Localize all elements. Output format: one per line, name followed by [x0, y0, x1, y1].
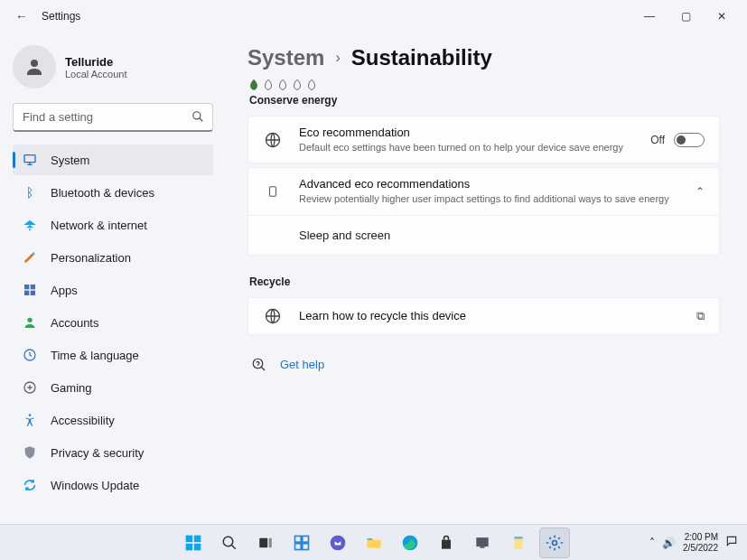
shield-icon	[22, 444, 38, 461]
svg-rect-35	[480, 546, 484, 548]
svg-rect-34	[476, 537, 488, 546]
clock[interactable]: 2:00 PM 2/5/2022	[683, 532, 718, 553]
get-help-row[interactable]: Get help	[247, 357, 720, 373]
nav-label: Time & language	[51, 349, 139, 362]
nav-accessibility[interactable]: Accessibility	[13, 405, 213, 435]
close-button[interactable]: ✕	[704, 4, 740, 29]
nav-accounts[interactable]: Accounts	[13, 307, 213, 338]
card-title: Advanced eco recommendations	[299, 177, 679, 191]
toggle-label: Off	[650, 134, 665, 146]
sleep-and-screen-row[interactable]: Sleep and screen	[247, 216, 720, 256]
brush-icon	[22, 249, 38, 266]
search-input[interactable]	[13, 103, 213, 132]
leaf-icon	[305, 78, 318, 92]
notifications-icon[interactable]	[725, 535, 738, 550]
user-account-type: Local Account	[65, 69, 127, 79]
nav-update[interactable]: Windows Update	[13, 470, 213, 500]
nav-personalization[interactable]: Personalization	[13, 242, 213, 273]
edge-browser[interactable]	[395, 527, 425, 558]
minimize-button[interactable]: —	[631, 4, 668, 29]
volume-icon[interactable]: 🔊	[662, 537, 676, 549]
svg-line-2	[200, 118, 203, 122]
svg-rect-7	[24, 285, 29, 289]
svg-rect-31	[302, 543, 308, 549]
card-title: Eco recommendation	[299, 126, 634, 139]
nav-label: Gaming	[51, 381, 92, 395]
svg-rect-37	[514, 537, 522, 538]
clock-icon	[22, 347, 38, 363]
svg-rect-10	[31, 291, 35, 295]
wifi-icon	[22, 217, 38, 233]
section-heading-recycle: Recycle	[249, 275, 720, 288]
svg-rect-3	[24, 155, 35, 163]
svg-point-0	[31, 60, 38, 67]
advanced-eco-card[interactable]: Advanced eco recommendations Review pote…	[247, 167, 720, 215]
svg-rect-21	[193, 535, 201, 542]
nav-label: System	[51, 154, 89, 167]
leaf-icon	[262, 78, 275, 92]
svg-point-11	[27, 318, 32, 322]
taskbar-app-1[interactable]	[467, 527, 498, 558]
start-button[interactable]	[178, 527, 209, 558]
svg-rect-16	[270, 187, 276, 197]
nav-label: Network & internet	[51, 219, 147, 232]
svg-point-1	[193, 112, 201, 119]
nav-privacy[interactable]: Privacy & security	[13, 437, 213, 468]
svg-point-14	[29, 414, 32, 416]
help-icon	[251, 357, 267, 373]
svg-rect-8	[31, 285, 35, 289]
bluetooth-icon: ᛒ	[22, 184, 38, 201]
update-icon	[22, 477, 38, 493]
app-title: Settings	[42, 10, 80, 23]
accessibility-icon	[22, 412, 38, 428]
nav-system[interactable]: System	[13, 145, 213, 175]
nav-label: Personalization	[51, 251, 131, 265]
get-help-link[interactable]: Get help	[280, 358, 324, 371]
nav-label: Bluetooth & devices	[51, 186, 154, 200]
eco-toggle[interactable]	[674, 133, 705, 147]
nav-gaming[interactable]: Gaming	[13, 372, 213, 403]
recycle-card[interactable]: Learn how to recycle this device ⧉	[247, 297, 720, 335]
user-profile[interactable]: Telluride Local Account	[13, 40, 213, 99]
eco-recommendation-card[interactable]: Eco recommendation Default eco settings …	[247, 116, 720, 163]
file-explorer[interactable]	[359, 527, 389, 558]
user-name: Telluride	[65, 55, 127, 69]
sidebar: Telluride Local Account System ᛒ Bluetoo…	[0, 33, 226, 524]
taskbar-center	[178, 527, 570, 558]
widgets-button[interactable]	[286, 527, 317, 558]
eco-leaves-indicator	[247, 78, 720, 92]
main-content: System › Sustainability Conserve energy …	[226, 33, 747, 524]
system-icon	[22, 152, 38, 168]
nav-network[interactable]: Network & internet	[13, 210, 213, 240]
globe-leaf-icon	[263, 307, 283, 325]
maximize-button[interactable]: ▢	[668, 4, 704, 29]
nav-apps[interactable]: Apps	[13, 275, 213, 305]
breadcrumb-root[interactable]: System	[247, 45, 324, 70]
taskbar-search[interactable]	[214, 527, 245, 558]
nav: System ᛒ Bluetooth & devices Network & i…	[13, 145, 213, 500]
nav-label: Privacy & security	[51, 446, 144, 460]
taskbar-app-2[interactable]	[503, 527, 534, 558]
chevron-up-icon: ⌃	[696, 185, 705, 198]
search-wrap	[13, 103, 213, 132]
nav-label: Accounts	[51, 316, 98, 330]
avatar	[13, 45, 56, 89]
svg-rect-26	[259, 537, 267, 547]
breadcrumb: System › Sustainability	[247, 45, 720, 70]
tray-chevron-icon[interactable]: ˄	[649, 537, 655, 549]
nav-time[interactable]: Time & language	[13, 340, 213, 370]
svg-rect-20	[185, 535, 192, 542]
back-button[interactable]: ←	[7, 9, 36, 23]
page-title: Sustainability	[351, 45, 492, 70]
search-icon	[191, 110, 204, 126]
leaf-icon	[276, 78, 289, 92]
svg-point-6	[29, 229, 31, 230]
system-tray: ˄ 🔊 2:00 PM 2/5/2022	[649, 532, 747, 553]
chat-button[interactable]	[322, 527, 353, 558]
task-view[interactable]	[250, 527, 281, 558]
store-button[interactable]	[431, 527, 462, 558]
nav-label: Windows Update	[51, 479, 139, 492]
settings-app-taskbar[interactable]	[539, 527, 570, 558]
nav-bluetooth[interactable]: ᛒ Bluetooth & devices	[13, 177, 213, 208]
section-heading-conserve: Conserve energy	[249, 94, 720, 107]
